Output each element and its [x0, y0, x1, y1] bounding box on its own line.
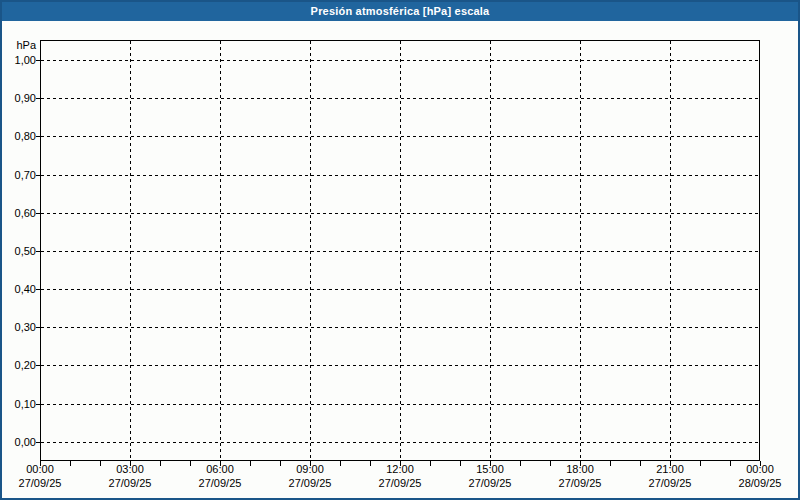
x-tick — [160, 461, 161, 466]
x-tick-date-label: 27/09/25 — [635, 477, 705, 490]
x-tick-date-label: 28/09/25 — [725, 477, 795, 490]
x-tick — [520, 461, 521, 466]
x-tick-time-label: 06:00 — [190, 463, 250, 476]
x-gridline — [130, 41, 131, 460]
x-tick-date-label: 27/09/25 — [455, 477, 525, 490]
x-gridline — [670, 41, 671, 460]
y-tick-label: 0,20 — [0, 358, 36, 372]
x-gridline — [580, 41, 581, 460]
y-tick — [36, 175, 40, 176]
app-window: Presión atmosférica [hPa] escala hPa 1,0… — [0, 0, 800, 500]
x-gridline — [310, 41, 311, 460]
x-tick — [430, 461, 431, 466]
y-tick — [36, 289, 40, 290]
y-axis-unit-label: hPa — [0, 39, 36, 52]
x-tick-time-label: 18:00 — [550, 463, 610, 476]
x-tick — [340, 461, 341, 466]
y-tick-label: 0,00 — [0, 435, 36, 449]
y-tick — [36, 365, 40, 366]
y-tick — [36, 213, 40, 214]
x-tick-time-label: 21:00 — [640, 463, 700, 476]
y-tick — [36, 442, 40, 443]
x-gridline — [220, 41, 221, 460]
y-tick-label: 0,50 — [0, 244, 36, 258]
x-tick-date-label: 27/09/25 — [275, 477, 345, 490]
x-tick-date-label: 27/09/25 — [5, 477, 75, 490]
x-tick-time-label: 09:00 — [280, 463, 340, 476]
x-tick-date-label: 27/09/25 — [95, 477, 165, 490]
x-tick-time-label: 12:00 — [370, 463, 430, 476]
x-tick — [70, 461, 71, 466]
x-gridline — [490, 41, 491, 460]
y-tick — [36, 327, 40, 328]
y-tick — [36, 251, 40, 252]
y-tick-label: 0,40 — [0, 282, 36, 296]
x-tick-time-label: 00:00 — [10, 463, 70, 476]
x-tick-date-label: 27/09/25 — [185, 477, 255, 490]
x-tick-date-label: 27/09/25 — [545, 477, 615, 490]
x-tick-date-label: 27/09/25 — [365, 477, 435, 490]
y-tick-label: 0,80 — [0, 129, 36, 143]
x-tick — [700, 461, 701, 466]
y-tick — [36, 98, 40, 99]
y-tick-label: 0,60 — [0, 206, 36, 220]
x-tick-time-label: 15:00 — [460, 463, 520, 476]
x-tick — [610, 461, 611, 466]
y-tick — [36, 404, 40, 405]
y-tick-label: 0,90 — [0, 91, 36, 105]
y-tick — [36, 60, 40, 61]
y-tick — [36, 136, 40, 137]
y-tick-label: 1,00 — [0, 53, 36, 67]
y-tick-label: 0,30 — [0, 320, 36, 334]
chart-area: hPa 1,000,900,800,700,600,500,400,300,20… — [0, 0, 800, 500]
x-tick-time-label: 00:00 — [730, 463, 790, 476]
y-tick-label: 0,70 — [0, 168, 36, 182]
x-tick — [250, 461, 251, 466]
x-tick-time-label: 03:00 — [100, 463, 160, 476]
y-tick-label: 0,10 — [0, 397, 36, 411]
x-gridline — [400, 41, 401, 460]
